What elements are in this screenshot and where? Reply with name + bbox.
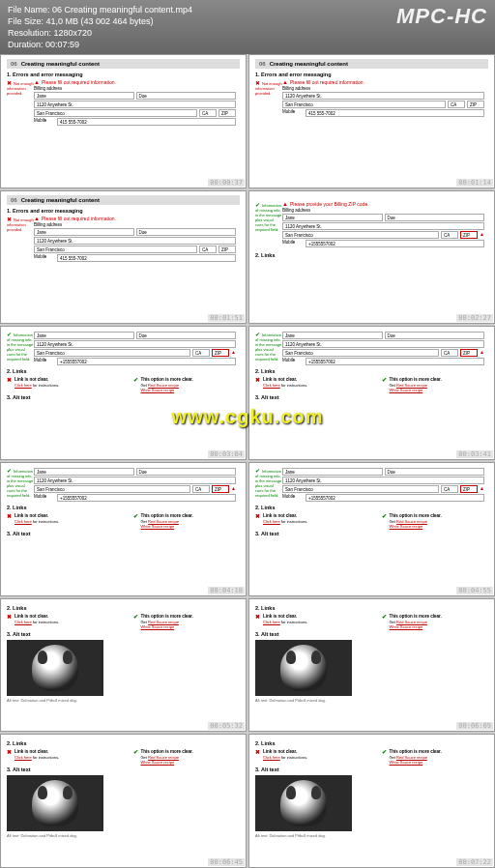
city-input[interactable]: San Francisco [282, 349, 439, 357]
addr-input[interactable]: 1120 Anywhere St. [282, 340, 484, 348]
city-input[interactable]: San Francisco [34, 109, 197, 117]
lname-input[interactable]: Doe [385, 468, 485, 476]
section-errors: 1. Errors and error messaging [7, 208, 240, 214]
x-icon: ✖ [255, 748, 260, 755]
thumb-cell[interactable]: 06Creating meaningful content 1. Errors … [0, 190, 247, 325]
link-bad-body: Click here for instructions. [263, 519, 363, 524]
addr-input[interactable]: 1120 Anywhere St. [34, 237, 236, 245]
x-icon: ✖ [7, 748, 12, 755]
resolution-label: Resolution: [8, 28, 51, 38]
mobile-input[interactable]: +1555557002 [306, 358, 484, 365]
zip-input[interactable]: ZIP [212, 485, 229, 493]
billing-label: Billing address [282, 208, 484, 213]
city-input[interactable]: San Francisco [34, 246, 197, 253]
mobile-input[interactable]: +1555557002 [57, 358, 236, 365]
mobile-input[interactable]: +1555557002 [306, 494, 484, 502]
dog-icon [32, 645, 78, 691]
link-good-title: This option is more clear. [141, 614, 193, 619]
mobile-label: Mobile [282, 109, 304, 117]
lname-input[interactable]: Doe [136, 332, 237, 339]
thumb-cell[interactable]: ✔Information of missing info, in the mes… [248, 326, 495, 460]
addr-input[interactable]: 1120 Anywhere St. [282, 477, 484, 484]
state-input[interactable]: CA [192, 485, 210, 493]
state-input[interactable]: CA [448, 101, 465, 108]
zip-input[interactable]: ZIP [218, 246, 236, 253]
fname-input[interactable]: Jane [282, 332, 383, 339]
x-icon: ✖ [7, 613, 12, 620]
fname-input[interactable]: Jane [34, 468, 134, 476]
thumb-cell[interactable]: 2. Links ✖Link is not clear.Click here f… [248, 598, 495, 733]
section-alt: 3. Alt text [255, 394, 488, 400]
lname-input[interactable]: Doe [136, 228, 237, 236]
billing-label: Billing address [34, 222, 236, 227]
addr-input[interactable]: 1120 Anywhere St. [34, 477, 236, 484]
link-bad-title: Link is not clear. [263, 614, 297, 619]
fname-input[interactable]: Jane [34, 92, 134, 100]
fname-input[interactable]: Jane [34, 228, 134, 236]
state-input[interactable]: CA [192, 349, 210, 357]
thumb-cell[interactable]: 06Creating meaningful content 1. Errors … [248, 54, 495, 188]
side-note-green: ✔Information of missing info, in the mes… [255, 331, 282, 366]
lname-input[interactable]: Doe [136, 92, 237, 100]
zip-input[interactable]: ZIP [460, 485, 478, 493]
addr-input[interactable]: 1120 Anywhere St. [282, 92, 484, 100]
state-input[interactable]: CA [199, 246, 217, 253]
link-good-body: Get Red Sauce recipeWhite Sauce recipe [390, 755, 489, 765]
state-input[interactable]: CA [199, 109, 217, 117]
state-input[interactable]: CA [441, 349, 458, 357]
zip-input[interactable]: ZIP [212, 349, 229, 357]
link-bad-title: Link is not clear. [15, 377, 48, 382]
state-input[interactable]: CA [441, 231, 458, 239]
slide-number: 06 [11, 197, 17, 203]
fname-input[interactable]: Jane [34, 332, 134, 339]
state-input[interactable]: CA [441, 485, 458, 493]
form-area: ▲Please fill out required information. B… [282, 79, 484, 118]
addr-input[interactable]: 1120 Anywhere St. [34, 101, 236, 108]
mobile-input[interactable]: 415 555-7002 [57, 254, 236, 262]
fname-input[interactable]: Jane [282, 214, 383, 221]
links-row: ✖Link is not clear.Click here for instru… [255, 748, 488, 765]
warning-icon: ▲ [34, 216, 40, 221]
link-good-title: This option is more clear. [141, 513, 193, 518]
zip-input[interactable]: ZIP [460, 349, 478, 357]
city-input[interactable]: San Francisco [34, 349, 190, 357]
addr-input[interactable]: 1120 Anywhere St. [282, 222, 484, 230]
side-note-red: ✖Not enough information provided. [7, 216, 34, 263]
timestamp: 00:01:51 [208, 314, 245, 322]
thumb-cell[interactable]: ✔Information of missing info, in the mes… [248, 462, 495, 596]
zip-input[interactable]: ZIP [218, 109, 236, 117]
addr-input[interactable]: 1120 Anywhere St. [34, 340, 236, 348]
dog-image [7, 640, 103, 696]
fname-input[interactable]: Jane [282, 468, 383, 476]
timestamp: 00:01:14 [456, 179, 493, 187]
zip-input[interactable]: ZIP [467, 101, 484, 108]
section-links: 2. Links [7, 605, 240, 611]
mobile-input[interactable]: +1555557002 [306, 240, 484, 247]
city-input[interactable]: San Francisco [282, 485, 439, 493]
thumb-cell[interactable]: ✔Information of missing info, in the mes… [0, 462, 247, 596]
thumb-cell[interactable]: 2. Links ✖Link is not clear.Click here f… [248, 734, 495, 868]
lname-input[interactable]: Doe [136, 468, 237, 476]
mobile-input[interactable]: 415 555-7002 [306, 109, 484, 117]
city-input[interactable]: San Francisco [282, 231, 439, 239]
thumb-cell[interactable]: 06Creating meaningful content 1. Errors … [0, 54, 247, 188]
side-note-green: ✔Information of missing info, in the mes… [7, 331, 34, 366]
link-bad-body: Click here for instructions. [15, 755, 114, 760]
city-input[interactable]: San Francisco [282, 101, 446, 108]
section-links: 2. Links [7, 740, 240, 746]
form-area: ▲Please fill out required information. B… [34, 216, 236, 263]
mobile-input[interactable]: 415 555-7002 [57, 118, 236, 126]
lname-input[interactable]: Doe [385, 332, 485, 339]
section-alt: 3. Alt text [255, 767, 488, 772]
mobile-input[interactable]: +1555557002 [57, 494, 236, 502]
check-icon: ✔ [382, 512, 387, 519]
timestamp: 00:04:18 [208, 587, 245, 594]
lname-input[interactable]: Doe [385, 214, 485, 221]
thumb-cell[interactable]: 2. Links ✖Link is not clear.Click here f… [0, 734, 247, 868]
zip-input[interactable]: ZIP [460, 231, 478, 239]
thumb-cell[interactable]: ✔Information of missing info, in the mes… [248, 190, 495, 325]
thumb-cell[interactable]: 2. Links ✖Link is not clear.Click here f… [0, 598, 247, 733]
x-icon: ✖ [255, 613, 260, 620]
thumb-cell[interactable]: ✔Information of missing info, in the mes… [0, 326, 247, 460]
city-input[interactable]: San Francisco [34, 485, 190, 493]
